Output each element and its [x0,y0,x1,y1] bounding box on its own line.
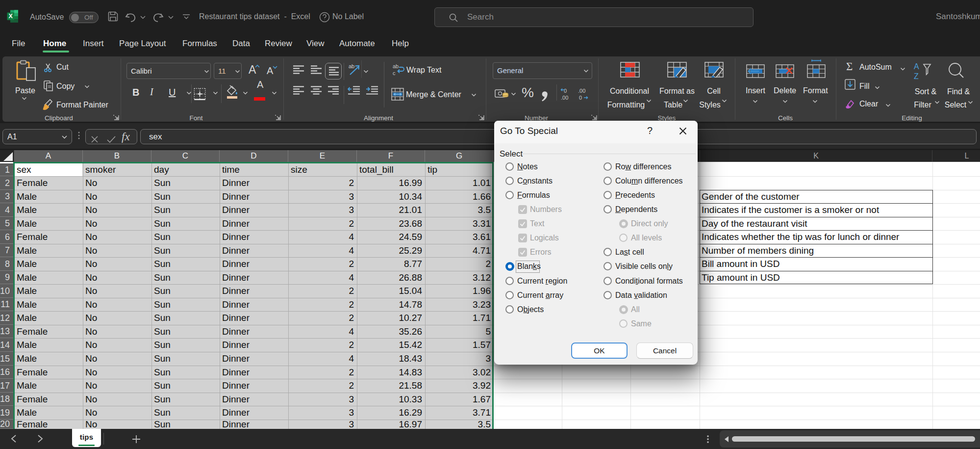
svg-text:X: X [9,13,13,20]
svg-text:0: 0 [579,95,582,101]
svg-text:c: c [393,70,396,76]
svg-text:Z: Z [914,72,919,80]
svg-text:ab: ab [349,63,354,69]
svg-text:0: 0 [564,88,567,94]
svg-text:A: A [914,62,919,71]
svg-text:.00: .00 [578,88,585,94]
svg-text:ab: ab [393,63,399,69]
svg-text:.00: .00 [561,95,568,101]
